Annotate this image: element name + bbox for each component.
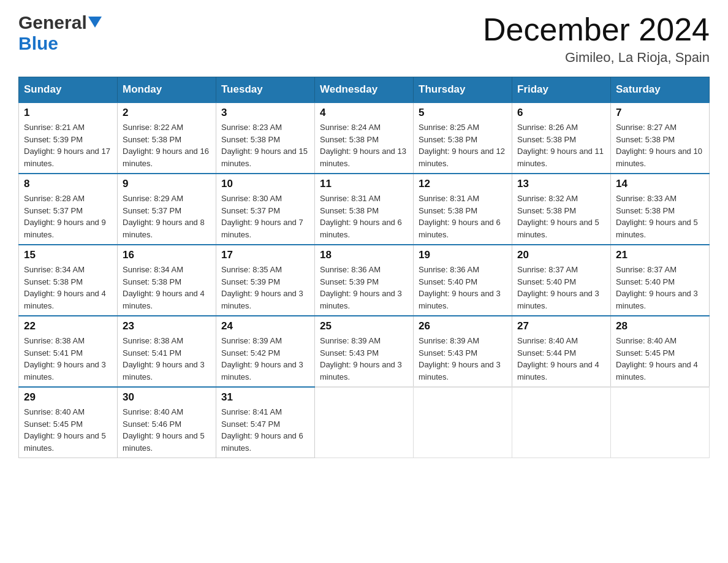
day-info: Sunrise: 8:21 AM Sunset: 5:39 PM Dayligh… [24, 121, 112, 169]
day-number: 18 [320, 249, 408, 261]
day-info: Sunrise: 8:24 AM Sunset: 5:38 PM Dayligh… [320, 121, 408, 169]
calendar-header-row: Sunday Monday Tuesday Wednesday Thursday… [19, 77, 710, 103]
logo: General Blue [18, 12, 102, 54]
day-info: Sunrise: 8:27 AM Sunset: 5:38 PM Dayligh… [616, 121, 704, 169]
table-row: 11 Sunrise: 8:31 AM Sunset: 5:38 PM Dayl… [315, 174, 414, 245]
table-row: 13 Sunrise: 8:32 AM Sunset: 5:38 PM Dayl… [512, 174, 611, 245]
day-info: Sunrise: 8:41 AM Sunset: 5:47 PM Dayligh… [221, 406, 309, 454]
day-info: Sunrise: 8:39 AM Sunset: 5:43 PM Dayligh… [320, 335, 408, 383]
table-row: 23 Sunrise: 8:38 AM Sunset: 5:41 PM Dayl… [118, 316, 216, 387]
day-number: 19 [419, 249, 507, 261]
table-row [315, 387, 414, 458]
day-number: 7 [616, 107, 704, 119]
table-row: 20 Sunrise: 8:37 AM Sunset: 5:40 PM Dayl… [512, 245, 611, 316]
day-number: 20 [517, 249, 605, 261]
day-info: Sunrise: 8:36 AM Sunset: 5:40 PM Dayligh… [419, 264, 507, 312]
day-number: 14 [616, 178, 704, 190]
day-info: Sunrise: 8:35 AM Sunset: 5:39 PM Dayligh… [221, 264, 309, 312]
table-row [414, 387, 512, 458]
day-info: Sunrise: 8:32 AM Sunset: 5:38 PM Dayligh… [517, 193, 605, 240]
table-row [512, 387, 611, 458]
table-row: 5 Sunrise: 8:25 AM Sunset: 5:38 PM Dayli… [414, 102, 512, 174]
table-row: 1 Sunrise: 8:21 AM Sunset: 5:39 PM Dayli… [19, 102, 118, 174]
table-row: 18 Sunrise: 8:36 AM Sunset: 5:39 PM Dayl… [315, 245, 414, 316]
day-info: Sunrise: 8:40 AM Sunset: 5:46 PM Dayligh… [123, 406, 211, 454]
day-info: Sunrise: 8:33 AM Sunset: 5:38 PM Dayligh… [616, 193, 704, 240]
day-info: Sunrise: 8:25 AM Sunset: 5:38 PM Dayligh… [419, 121, 507, 169]
day-number: 31 [221, 391, 309, 404]
day-info: Sunrise: 8:36 AM Sunset: 5:39 PM Dayligh… [320, 264, 408, 312]
logo-blue-text: Blue [18, 33, 58, 53]
day-number: 1 [24, 107, 112, 119]
table-row: 29 Sunrise: 8:40 AM Sunset: 5:45 PM Dayl… [19, 387, 118, 458]
day-info: Sunrise: 8:22 AM Sunset: 5:38 PM Dayligh… [123, 121, 211, 169]
table-row: 16 Sunrise: 8:34 AM Sunset: 5:38 PM Dayl… [118, 245, 216, 316]
table-row: 6 Sunrise: 8:26 AM Sunset: 5:38 PM Dayli… [512, 102, 611, 174]
table-row: 15 Sunrise: 8:34 AM Sunset: 5:38 PM Dayl… [19, 245, 118, 316]
day-number: 16 [123, 249, 211, 261]
table-row: 3 Sunrise: 8:23 AM Sunset: 5:38 PM Dayli… [216, 102, 315, 174]
day-number: 30 [123, 391, 211, 404]
calendar-month-year: December 2024 [483, 12, 710, 47]
table-row: 14 Sunrise: 8:33 AM Sunset: 5:38 PM Dayl… [611, 174, 710, 245]
day-info: Sunrise: 8:26 AM Sunset: 5:38 PM Dayligh… [517, 121, 605, 169]
table-row: 30 Sunrise: 8:40 AM Sunset: 5:46 PM Dayl… [118, 387, 216, 458]
logo-triangle-icon [88, 17, 102, 30]
calendar-week-row: 15 Sunrise: 8:34 AM Sunset: 5:38 PM Dayl… [19, 245, 710, 316]
day-number: 26 [419, 320, 507, 332]
day-info: Sunrise: 8:40 AM Sunset: 5:44 PM Dayligh… [517, 335, 605, 383]
calendar-week-row: 22 Sunrise: 8:38 AM Sunset: 5:41 PM Dayl… [19, 316, 710, 387]
day-info: Sunrise: 8:28 AM Sunset: 5:37 PM Dayligh… [24, 193, 112, 240]
day-info: Sunrise: 8:40 AM Sunset: 5:45 PM Dayligh… [616, 335, 704, 383]
table-row: 24 Sunrise: 8:39 AM Sunset: 5:42 PM Dayl… [216, 316, 315, 387]
day-number: 23 [123, 320, 211, 332]
table-row: 7 Sunrise: 8:27 AM Sunset: 5:38 PM Dayli… [611, 102, 710, 174]
day-number: 24 [221, 320, 309, 332]
day-info: Sunrise: 8:37 AM Sunset: 5:40 PM Dayligh… [517, 264, 605, 312]
day-number: 3 [221, 107, 309, 119]
day-number: 12 [419, 178, 507, 190]
day-info: Sunrise: 8:38 AM Sunset: 5:41 PM Dayligh… [123, 335, 211, 383]
col-monday: Monday [118, 77, 216, 103]
day-info: Sunrise: 8:34 AM Sunset: 5:38 PM Dayligh… [123, 264, 211, 312]
table-row: 12 Sunrise: 8:31 AM Sunset: 5:38 PM Dayl… [414, 174, 512, 245]
table-row: 9 Sunrise: 8:29 AM Sunset: 5:37 PM Dayli… [118, 174, 216, 245]
svg-marker-0 [88, 17, 102, 28]
col-tuesday: Tuesday [216, 77, 315, 103]
calendar-table: Sunday Monday Tuesday Wednesday Thursday… [18, 77, 710, 458]
day-info: Sunrise: 8:39 AM Sunset: 5:43 PM Dayligh… [419, 335, 507, 383]
day-number: 29 [24, 391, 112, 404]
col-sunday: Sunday [19, 77, 118, 103]
day-number: 6 [517, 107, 605, 119]
col-thursday: Thursday [414, 77, 512, 103]
table-row: 10 Sunrise: 8:30 AM Sunset: 5:37 PM Dayl… [216, 174, 315, 245]
day-number: 10 [221, 178, 309, 190]
day-number: 25 [320, 320, 408, 332]
table-row: 25 Sunrise: 8:39 AM Sunset: 5:43 PM Dayl… [315, 316, 414, 387]
day-info: Sunrise: 8:34 AM Sunset: 5:38 PM Dayligh… [24, 264, 112, 312]
day-number: 9 [123, 178, 211, 190]
col-friday: Friday [512, 77, 611, 103]
logo-general-text: General [18, 12, 87, 33]
day-number: 27 [517, 320, 605, 332]
day-info: Sunrise: 8:40 AM Sunset: 5:45 PM Dayligh… [24, 406, 112, 454]
col-saturday: Saturday [611, 77, 710, 103]
table-row: 31 Sunrise: 8:41 AM Sunset: 5:47 PM Dayl… [216, 387, 315, 458]
day-info: Sunrise: 8:38 AM Sunset: 5:41 PM Dayligh… [24, 335, 112, 383]
day-info: Sunrise: 8:23 AM Sunset: 5:38 PM Dayligh… [221, 121, 309, 169]
day-info: Sunrise: 8:37 AM Sunset: 5:40 PM Dayligh… [616, 264, 704, 312]
table-row: 21 Sunrise: 8:37 AM Sunset: 5:40 PM Dayl… [611, 245, 710, 316]
day-number: 17 [221, 249, 309, 261]
day-number: 21 [616, 249, 704, 261]
day-number: 28 [616, 320, 704, 332]
calendar-week-row: 1 Sunrise: 8:21 AM Sunset: 5:39 PM Dayli… [19, 102, 710, 174]
table-row [611, 387, 710, 458]
calendar-week-row: 8 Sunrise: 8:28 AM Sunset: 5:37 PM Dayli… [19, 174, 710, 245]
table-row: 22 Sunrise: 8:38 AM Sunset: 5:41 PM Dayl… [19, 316, 118, 387]
table-row: 17 Sunrise: 8:35 AM Sunset: 5:39 PM Dayl… [216, 245, 315, 316]
table-row: 28 Sunrise: 8:40 AM Sunset: 5:45 PM Dayl… [611, 316, 710, 387]
day-number: 22 [24, 320, 112, 332]
page-header: General Blue December 2024 Gimileo, La R… [18, 12, 710, 66]
calendar-week-row: 29 Sunrise: 8:40 AM Sunset: 5:45 PM Dayl… [19, 387, 710, 458]
day-info: Sunrise: 8:39 AM Sunset: 5:42 PM Dayligh… [221, 335, 309, 383]
